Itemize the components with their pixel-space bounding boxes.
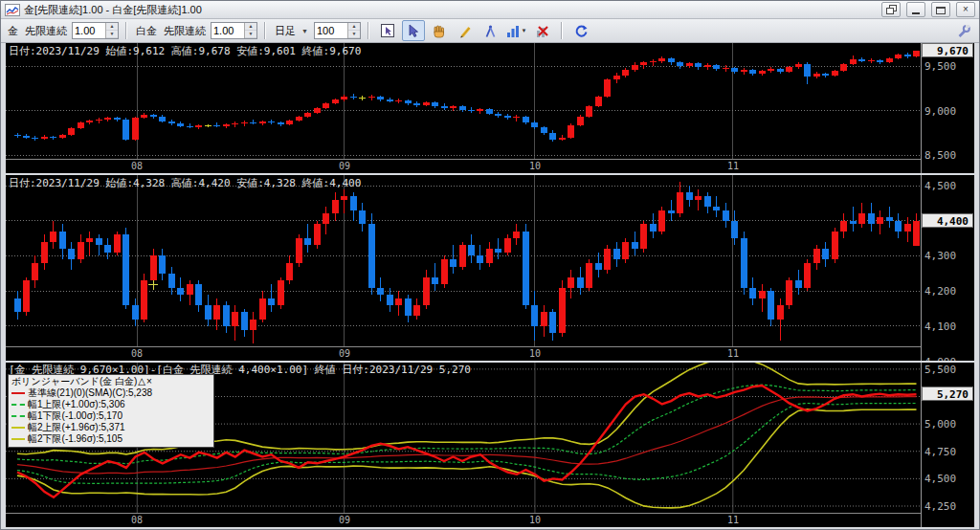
toolbar-separator [264,22,266,39]
delete-drawing-button[interactable] [531,20,554,41]
sigma2-lower-swatch [11,438,25,440]
price-axis-label: 4,250 [924,500,956,513]
spread-chart-plot[interactable]: [金 先限連続 9,670×1.00]-[白金 先限連続 4,400×1.00]… [6,363,921,514]
time-axis-label: 10 [529,515,541,525]
time-axis-label: 09 [339,161,350,171]
spin-up-icon[interactable]: ▲ [348,23,360,31]
platinum-price-axis[interactable]: 4,5004,3004,2004,1004,0004,400 [921,175,974,361]
time-axis-label: 10 [529,348,541,359]
price-axis-label: 4,750 [924,446,956,458]
time-axis-label: 10 [529,161,541,171]
toolbar-separator [125,22,127,39]
platinum-ohlc-readout: 日付:2023/11/29 始値:4,328 高値:4,420 安値:4,328… [9,176,361,190]
platinum-multiplier-input[interactable] [212,23,244,38]
time-axis-label: 09 [339,515,350,525]
toolbar-separator [561,22,563,39]
chart-select-tool-button[interactable] [376,20,399,41]
time-axis-label: 08 [131,348,143,359]
platinum-chart-plot[interactable]: 日付:2023/11/29 始値:4,328 高値:4,420 安値:4,328… [6,175,921,347]
legend-row-lower2: 幅2下限(-1.96σ):5,105 [11,433,211,445]
settings-wrench-button[interactable] [951,20,974,41]
cascade-icon [886,5,897,14]
gold-chart-plot[interactable]: 日付:2023/11/29 始値:9,612 高値:9,678 安値:9,601… [6,43,921,160]
chart-window: 金[先限連続]1.00 - 白金[先限連続]1.00 × 金 先限連続 ▲▼ 白… [0,0,980,530]
legend-close-button[interactable]: × [146,376,152,387]
price-axis-label: 4,000 [924,356,956,361]
gold-price-axis[interactable]: 9,5009,0008,5009,670 [921,43,974,173]
price-axis-label: 5,500 [924,364,956,376]
minimize-icon [912,12,920,14]
price-axis-label: 4,500 [924,473,956,485]
gold-multiplier-input[interactable] [73,23,105,38]
current-price-box: 9,670 [922,43,973,57]
refresh-button[interactable] [569,20,592,41]
pencil-draw-tool-button[interactable] [454,20,477,41]
spin-up-icon[interactable]: ▲ [106,23,118,31]
spin-down-icon[interactable]: ▼ [348,31,360,38]
time-axis-label: 08 [131,515,143,525]
price-axis-label: 4,200 [924,285,956,298]
price-axis-label: 5,000 [924,418,956,431]
gold-symbol-label: 金 [8,24,18,38]
chart-area: 日付:2023/11/29 始値:9,612 高値:9,678 安値:9,601… [1,43,979,529]
chart-select-icon [380,23,395,38]
compass-icon [483,24,498,38]
bar-chart-icon [506,24,520,38]
price-axis-label: 9,000 [924,105,956,118]
cascade-window-button[interactable] [881,2,901,17]
cursor-icon [407,24,420,38]
chevron-down-icon: ▼ [521,28,526,33]
spin-down-icon[interactable]: ▼ [106,31,118,38]
time-axis-label: 08 [131,161,143,171]
price-axis-label: 4,500 [924,180,956,192]
hand-icon [432,24,446,38]
hand-tool-button[interactable] [428,20,451,41]
maximize-button[interactable] [931,2,950,17]
pencil-icon [457,24,472,38]
gold-time-axis[interactable]: 08091011 [6,159,974,173]
bar-count-input[interactable] [315,23,347,38]
time-axis-label: 11 [727,348,739,359]
gold-ohlc-readout: 日付:2023/11/29 始値:9,612 高値:9,678 安値:9,601… [9,44,361,58]
price-axis-label: 4,300 [924,250,956,262]
price-axis-label: 4,100 [924,320,956,333]
sigma2-upper-swatch [11,427,25,429]
spin-up-icon[interactable]: ▲ [245,23,256,31]
spread-indicator-panel: [金 先限連続 9,670×1.00]-[白金 先限連続 4,400×1.00]… [6,363,974,527]
toolbar-separator [368,22,369,39]
toolbar: 金 先限連続 ▲▼ 白金 先限連続 ▲▼ 日足 ▼ ▲▼ [1,19,979,43]
chart-app-icon [5,4,20,16]
spin-down-icon[interactable]: ▼ [245,31,256,38]
time-axis-label: 11 [727,161,739,171]
measure-tool-button[interactable] [479,20,502,41]
maximize-icon [936,6,946,14]
refresh-icon [573,23,589,38]
title-bar[interactable]: 金[先限連続]1.00 - 白金[先限連続]1.00 × [1,1,979,19]
spread-price-axis[interactable]: 5,5005,0004,7504,5004,2505,270 [921,363,974,527]
platinum-symbol-label: 白金 [136,24,157,38]
price-axis-label: 9,500 [924,60,956,73]
wrench-icon [956,24,970,38]
platinum-series-label: 先限連続 [164,24,206,38]
spread-time-axis[interactable]: 08091011 [6,513,974,527]
bar-count-spinner: ▲▼ [314,22,361,39]
chevron-down-icon[interactable]: ▼ [301,28,308,34]
time-axis-label: 11 [727,515,739,525]
window-title: 金[先限連続]1.00 - 白金[先限連続]1.00 [24,3,202,17]
current-price-box: 4,400 [922,213,973,228]
minimize-button[interactable] [906,2,925,17]
legend-row-upper2: 幅2上限(+1.96σ):5,371 [11,422,211,433]
bollinger-legend: ボリンジャーバンド(金 白金) △ × 基準線(21)(0)(SMA)(C):5… [8,374,214,448]
gold-series-label: 先限連続 [25,24,67,38]
chart-type-button[interactable]: ▼ [505,20,528,41]
platinum-time-axis[interactable]: 08091011 [6,346,974,361]
close-button[interactable]: × [956,2,975,17]
gold-chart-panel: 日付:2023/11/29 始値:9,612 高値:9,678 安値:9,601… [6,43,974,173]
cursor-tool-button[interactable] [402,20,425,41]
legend-row-basis: 基準線(21)(0)(SMA)(C):5,238 [11,387,211,399]
price-axis-label: 8,500 [924,149,956,162]
timeframe-dropdown[interactable]: 日足 [275,24,296,38]
delete-chart-icon [535,24,549,38]
legend-minimize-button[interactable]: △ [138,376,145,387]
time-axis-label: 09 [339,348,350,359]
